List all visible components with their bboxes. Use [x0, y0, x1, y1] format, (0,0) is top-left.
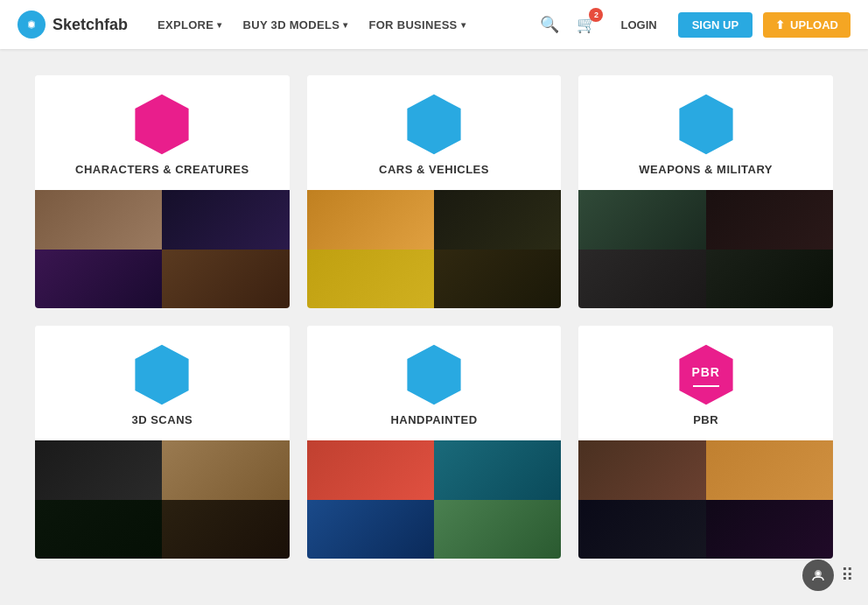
category-title: HANDPAINTED	[390, 413, 477, 426]
image-cell	[35, 250, 162, 309]
cart-badge: 2	[589, 8, 603, 22]
search-icon: 🔍	[540, 16, 559, 33]
category-images	[35, 440, 290, 559]
search-button[interactable]: 🔍	[536, 11, 563, 38]
image-cell	[434, 500, 561, 559]
community-icon[interactable]	[802, 559, 834, 585]
image-cell	[706, 440, 833, 500]
image-cell	[434, 250, 561, 309]
svg-marker-13	[679, 95, 732, 154]
category-card-handpainted[interactable]: HANDPAINTED	[307, 326, 562, 559]
category-header: CARS & VEHICLES	[307, 75, 562, 190]
category-header: 3D SCANS	[35, 326, 290, 440]
bottom-bar: ⠿	[802, 559, 854, 585]
image-cell	[706, 250, 833, 309]
image-cell	[434, 440, 561, 500]
category-card-cars[interactable]: CARS & VEHICLES	[307, 75, 562, 308]
category-images	[307, 190, 562, 308]
weapons-icon	[675, 93, 738, 156]
category-header: PBR PBR	[578, 326, 833, 440]
category-images	[307, 440, 562, 559]
cars-icon	[402, 93, 466, 156]
image-cell	[162, 500, 289, 559]
svg-point-1	[29, 22, 34, 27]
logo[interactable]: Sketchfab	[18, 11, 128, 39]
svg-point-32	[816, 572, 820, 575]
chevron-down-icon: ▾	[217, 20, 221, 30]
category-title: WEAPONS & MILITARY	[639, 163, 773, 176]
svg-marker-20	[136, 345, 189, 405]
category-header: HANDPAINTED	[307, 326, 562, 440]
image-cell	[35, 190, 162, 250]
categories-grid: CHARACTERS & CREATURES	[35, 75, 833, 559]
chevron-down-icon: ▾	[461, 20, 466, 30]
image-cell	[578, 190, 705, 250]
upload-icon: ⬆	[775, 18, 785, 32]
svg-marker-26	[407, 345, 460, 405]
image-cell	[307, 440, 434, 500]
category-title: CARS & VEHICLES	[379, 163, 489, 176]
image-cell	[706, 500, 833, 559]
category-card-characters[interactable]: CHARACTERS & CREATURES	[35, 75, 290, 308]
image-cell	[162, 190, 289, 250]
grid-icon[interactable]: ⠿	[841, 565, 854, 585]
svg-marker-2	[136, 95, 189, 154]
scans-icon	[130, 343, 193, 406]
nav-buy-models[interactable]: BUY 3D MODELS ▾	[234, 13, 357, 37]
category-header: CHARACTERS & CREATURES	[35, 75, 290, 190]
chevron-down-icon: ▾	[343, 20, 347, 30]
nav-explore[interactable]: EXPLORE ▾	[149, 13, 231, 37]
category-title: PBR	[693, 413, 718, 426]
category-card-pbr[interactable]: PBR PBR	[578, 326, 833, 559]
logo-icon	[18, 11, 46, 39]
handpainted-icon	[402, 343, 466, 406]
category-card-scans[interactable]: 3D SCANS	[35, 326, 290, 559]
main-content: CHARACTERS & CREATURES	[0, 49, 868, 585]
cart-button[interactable]: 🛒 2	[573, 11, 599, 38]
image-cell	[307, 500, 434, 559]
svg-marker-8	[407, 95, 460, 154]
image-cell	[578, 440, 705, 500]
image-cell	[307, 250, 434, 309]
category-images	[35, 190, 290, 308]
category-header: WEAPONS & MILITARY	[578, 75, 833, 190]
nav-for-business[interactable]: FOR BUSINESS ▾	[360, 13, 473, 37]
image-cell	[162, 440, 289, 500]
category-images	[578, 440, 833, 559]
characters-icon	[130, 93, 193, 156]
image-cell	[35, 440, 162, 500]
image-cell	[434, 190, 561, 250]
logo-text: Sketchfab	[52, 16, 128, 34]
category-title: CHARACTERS & CREATURES	[75, 163, 249, 176]
nav-links: EXPLORE ▾ BUY 3D MODELS ▾ FOR BUSINESS ▾	[149, 13, 536, 37]
login-button[interactable]: LOGIN	[610, 13, 667, 37]
image-cell	[578, 250, 705, 309]
nav-actions: 🔍 🛒 2 LOGIN SIGN UP ⬆ UPLOAD	[536, 11, 850, 38]
category-title: 3D SCANS	[131, 413, 192, 426]
pbr-icon: PBR	[675, 343, 738, 406]
image-cell	[35, 500, 162, 559]
category-images	[578, 190, 833, 308]
image-cell	[307, 190, 434, 250]
category-card-weapons[interactable]: WEAPONS & MILITARY	[578, 75, 833, 308]
image-cell	[578, 500, 705, 559]
navbar: Sketchfab EXPLORE ▾ BUY 3D MODELS ▾ FOR …	[0, 0, 868, 49]
image-cell	[706, 190, 833, 250]
image-cell	[162, 250, 289, 309]
signup-button[interactable]: SIGN UP	[678, 12, 752, 38]
upload-button[interactable]: ⬆ UPLOAD	[763, 12, 850, 38]
